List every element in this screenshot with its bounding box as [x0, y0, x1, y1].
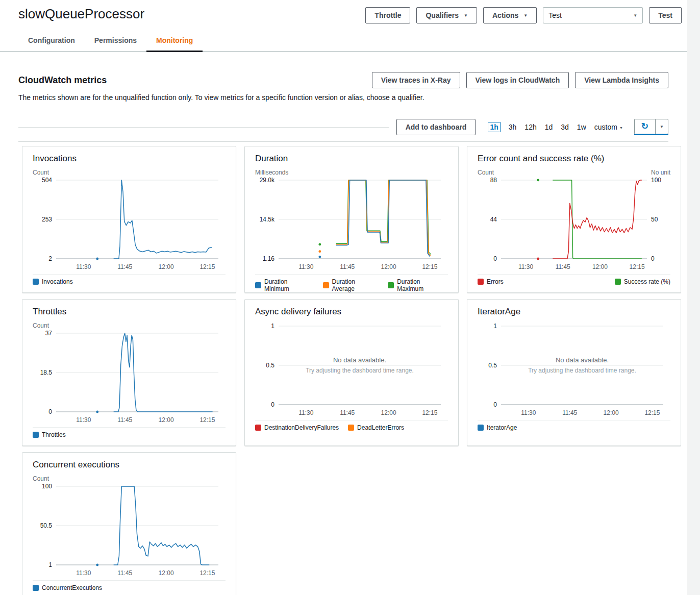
- y-axis-unit-left: Count: [33, 169, 49, 176]
- charts-grid: InvocationsCount504253211:3011:4512:0012…: [22, 146, 665, 595]
- legend-item-deadlettererrors[interactable]: DeadLetterErrors: [348, 424, 404, 431]
- svg-text:11:45: 11:45: [340, 263, 355, 270]
- legend-color-marker: [33, 432, 39, 438]
- legend-label: Duration Maximum: [397, 278, 448, 292]
- qualifiers-button-label: Qualifiers: [426, 11, 459, 20]
- legend-item-iteratorage[interactable]: IteratorAge: [478, 424, 517, 431]
- legend-label: Duration Minimum: [264, 278, 314, 292]
- y-axis-unit-left: Count: [33, 475, 49, 482]
- svg-text:0: 0: [271, 401, 274, 408]
- legend-item-errors[interactable]: Errors: [478, 278, 504, 285]
- legend-item-invocations[interactable]: Invocations: [33, 278, 73, 285]
- function-header: slowQueueProcessor Throttle Qualifiers ▼…: [0, 0, 687, 23]
- svg-text:50.5: 50.5: [40, 522, 53, 529]
- throttle-button[interactable]: Throttle: [365, 7, 410, 23]
- axis-unit-row: Count: [33, 322, 226, 329]
- svg-text:11:30: 11:30: [76, 416, 91, 424]
- svg-text:11:30: 11:30: [521, 409, 536, 416]
- time-range-3d[interactable]: 3d: [561, 123, 569, 131]
- svg-text:1: 1: [493, 323, 497, 330]
- time-range-1d[interactable]: 1d: [545, 123, 553, 131]
- svg-text:12:15: 12:15: [630, 263, 645, 270]
- chart-title: Async delivery failures: [255, 307, 448, 317]
- tab-permissions[interactable]: Permissions: [85, 31, 146, 51]
- section-title: CloudWatch metrics: [18, 75, 107, 86]
- chart-canvas[interactable]: 504253211:3011:4512:0012:15: [33, 176, 226, 273]
- chart-canvas[interactable]: 3718.5011:3011:4512:0012:15: [33, 329, 226, 426]
- toolbar-divider: [18, 127, 389, 128]
- legend-color-marker: [478, 279, 484, 285]
- add-to-dashboard-button[interactable]: Add to dashboard: [396, 119, 476, 135]
- svg-text:1.16: 1.16: [263, 255, 275, 262]
- refresh-options-button[interactable]: ▼: [655, 119, 668, 134]
- view-xray-traces-button[interactable]: View traces in X-Ray: [372, 72, 460, 88]
- chart-canvas[interactable]: 10050.5111:3011:4512:0012:15: [33, 482, 226, 579]
- svg-text:12:15: 12:15: [199, 416, 215, 424]
- chart-canvas[interactable]: 8844010050011:3011:4512:0012:15: [478, 176, 670, 273]
- legend-item-concurrentexecutions[interactable]: ConcurrentExecutions: [33, 584, 102, 591]
- time-range-custom[interactable]: custom▼: [594, 123, 623, 131]
- svg-text:1: 1: [271, 323, 274, 330]
- svg-text:12:15: 12:15: [644, 409, 660, 416]
- svg-text:0: 0: [493, 401, 497, 408]
- legend-item-success-rate-[interactable]: Success rate (%): [615, 278, 670, 285]
- tab-monitoring[interactable]: Monitoring: [146, 31, 203, 51]
- svg-text:11:45: 11:45: [340, 409, 355, 416]
- view-lambda-insights-button[interactable]: View Lambda Insights: [575, 72, 668, 88]
- svg-text:100: 100: [42, 483, 52, 490]
- svg-text:11:30: 11:30: [518, 263, 533, 270]
- legend-item-destinationdeliveryfailures[interactable]: DestinationDeliveryFailures: [255, 424, 339, 431]
- svg-text:2: 2: [48, 255, 52, 262]
- svg-text:12:00: 12:00: [159, 569, 174, 577]
- metrics-description: The metrics shown are for the unqualifie…: [18, 93, 668, 102]
- test-button[interactable]: Test: [649, 7, 682, 23]
- svg-text:11:45: 11:45: [117, 569, 132, 577]
- svg-text:Try adjusting the dashboard ti: Try adjusting the dashboard time range.: [306, 367, 414, 374]
- caret-down-icon: ▼: [633, 14, 637, 18]
- axis-unit-row: CountNo unit: [478, 169, 670, 176]
- svg-text:12:00: 12:00: [159, 416, 174, 424]
- chart-canvas[interactable]: 29.0k14.5k1.1611:3011:4512:0012:15: [255, 176, 448, 273]
- time-range-1w[interactable]: 1w: [577, 123, 586, 131]
- legend-item-duration-average[interactable]: Duration Average: [323, 278, 379, 292]
- svg-text:0: 0: [48, 408, 52, 415]
- header-actions: Throttle Qualifiers ▼ Actions ▼ Test ▼ T…: [365, 7, 682, 23]
- chart-card-duration: DurationMilliseconds29.0k14.5k1.1611:301…: [244, 146, 459, 293]
- legend-label: DestinationDeliveryFailures: [264, 424, 339, 431]
- test-event-select[interactable]: Test ▼: [543, 7, 643, 23]
- chart-canvas[interactable]: 10.5011:3011:4512:0012:15No data availab…: [255, 322, 448, 419]
- time-range-12h[interactable]: 12h: [524, 123, 536, 131]
- legend-color-marker: [255, 282, 261, 288]
- svg-text:11:30: 11:30: [298, 263, 313, 270]
- caret-down-icon: ▼: [619, 126, 623, 130]
- svg-text:0: 0: [651, 255, 655, 262]
- qualifiers-button[interactable]: Qualifiers ▼: [416, 7, 477, 23]
- chart-legend: DestinationDeliveryFailuresDeadLetterErr…: [255, 420, 448, 431]
- chart-title: Concurrent executions: [33, 460, 226, 470]
- refresh-button-group: ↻ ▼: [634, 119, 668, 135]
- cloudwatch-metrics-header: CloudWatch metrics View traces in X-Ray …: [18, 72, 668, 88]
- chart-title: Throttles: [33, 307, 226, 317]
- svg-text:50: 50: [651, 216, 658, 223]
- y-axis-unit-left: Milliseconds: [255, 169, 288, 176]
- refresh-button[interactable]: ↻: [634, 119, 655, 134]
- legend-item-throttles[interactable]: Throttles: [33, 431, 66, 438]
- svg-text:18.5: 18.5: [40, 369, 53, 376]
- svg-text:14.5k: 14.5k: [260, 216, 275, 223]
- actions-button[interactable]: Actions ▼: [483, 7, 537, 23]
- time-range-1h[interactable]: 1h: [488, 122, 500, 132]
- chart-legend: IteratorAge: [478, 420, 670, 431]
- svg-text:29.0k: 29.0k: [260, 177, 275, 184]
- chart-canvas[interactable]: 10.5011:3011:4512:0012:15No data availab…: [478, 322, 670, 419]
- tab-configuration[interactable]: Configuration: [18, 31, 85, 51]
- svg-text:11:30: 11:30: [76, 569, 91, 577]
- legend-color-marker: [615, 279, 621, 285]
- view-cloudwatch-logs-button[interactable]: View logs in CloudWatch: [466, 72, 569, 88]
- legend-item-duration-minimum[interactable]: Duration Minimum: [255, 278, 314, 292]
- legend-item-duration-maximum[interactable]: Duration Maximum: [388, 278, 448, 292]
- legend-color-marker: [33, 279, 39, 285]
- legend-color-marker: [33, 585, 39, 591]
- time-range-3h[interactable]: 3h: [509, 123, 517, 131]
- svg-text:11:45: 11:45: [117, 263, 132, 270]
- legend-label: Throttles: [42, 431, 66, 438]
